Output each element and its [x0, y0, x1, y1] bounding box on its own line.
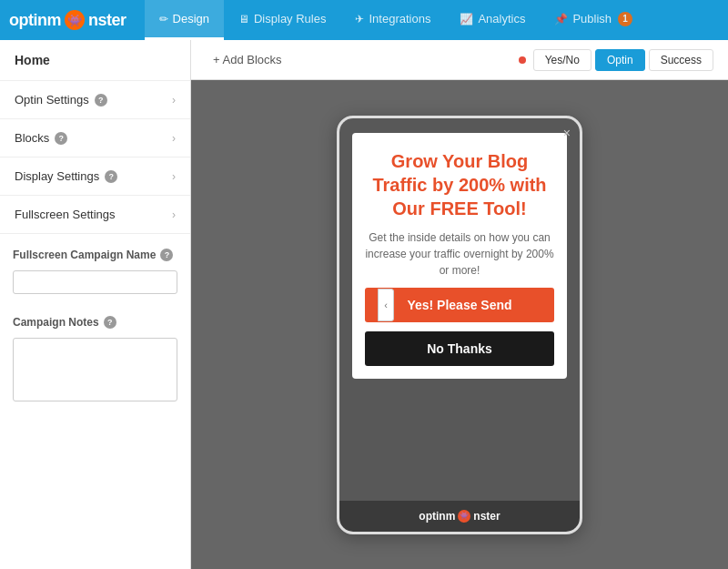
sidebar-item-fullscreen-settings[interactable]: Fullscreen Settings ›	[0, 196, 190, 234]
sidebar-item-blocks[interactable]: Blocks ? ›	[0, 119, 190, 157]
analytics-tab-label: Analytics	[478, 12, 525, 25]
blocks-help-icon[interactable]: ?	[55, 132, 67, 145]
blocks-label: Blocks	[15, 131, 49, 145]
sidebar-item-optin-settings[interactable]: Optin Settings ? ›	[0, 81, 190, 119]
design-icon: ✏	[159, 13, 168, 25]
nav-tab-design[interactable]: ✏ Design	[145, 0, 224, 40]
publish-tab-label: Publish	[572, 12, 612, 25]
display-rules-tab-label: Display Rules	[254, 12, 326, 25]
campaign-name-input[interactable]	[13, 270, 177, 294]
blocks-left: Blocks ?	[15, 131, 67, 145]
nav-tab-publish[interactable]: 📌 Publish 1	[540, 0, 647, 40]
optin-settings-label: Optin Settings	[15, 93, 89, 107]
nav-tab-analytics[interactable]: 📈 Analytics	[445, 0, 540, 40]
logo-text: optinm	[9, 11, 61, 30]
popup-content: Grow Your Blog Traffic by 200% with Our …	[352, 133, 567, 379]
sidebar-collapse-button[interactable]: ‹	[378, 289, 394, 321]
footer-logo-icon: 👾	[458, 510, 470, 523]
integrations-tab-label: Integrations	[369, 12, 430, 25]
campaign-notes-textarea[interactable]	[13, 338, 177, 401]
publish-badge: 1	[618, 12, 632, 26]
campaign-name-label: Fullscreen Campaign Name	[13, 249, 156, 261]
integrations-icon: ✈	[355, 13, 364, 25]
publish-icon: 📌	[554, 13, 568, 25]
campaign-notes-label: Campaign Notes	[13, 316, 99, 329]
preview-area: × Grow Your Blog Traffic by 200% with Ou…	[191, 80, 728, 569]
phone-inner: × Grow Your Blog Traffic by 200% with Ou…	[339, 118, 580, 532]
campaign-notes-help-icon[interactable]: ?	[104, 316, 116, 329]
nav-tab-display-rules[interactable]: 🖥 Display Rules	[224, 0, 340, 40]
campaign-name-label-group: Fullscreen Campaign Name ?	[13, 249, 177, 261]
display-settings-label: Display Settings	[15, 169, 99, 183]
blocks-chevron: ›	[172, 132, 176, 145]
view-tab-yes-no[interactable]: Yes/No	[533, 49, 592, 71]
monster-icon: 👾	[65, 10, 85, 30]
display-rules-icon: 🖥	[238, 13, 249, 25]
campaign-name-section: Fullscreen Campaign Name ?	[0, 234, 190, 301]
add-blocks-button[interactable]: + Add Blocks	[206, 49, 289, 70]
analytics-icon: 📈	[460, 13, 473, 25]
nav-tab-integrations[interactable]: ✈ Integrations	[340, 0, 445, 40]
display-settings-help-icon[interactable]: ?	[105, 170, 117, 183]
add-blocks-label: + Add Blocks	[213, 53, 282, 66]
fullscreen-settings-chevron: ›	[172, 208, 176, 221]
view-tabs: Yes/No Optin Success	[519, 49, 713, 71]
nav-tabs: ✏ Design 🖥 Display Rules ✈ Integrations …	[145, 0, 719, 40]
footer-logo-text-end: nster	[473, 510, 500, 523]
campaign-notes-label-group: Campaign Notes ?	[13, 316, 177, 329]
main-layout: Home Optin Settings ? › Blocks ? › Displ…	[0, 40, 728, 569]
optin-settings-help-icon[interactable]: ?	[95, 94, 107, 107]
optin-settings-left: Optin Settings ?	[15, 93, 107, 107]
content-toolbar: + Add Blocks Yes/No Optin Success	[191, 40, 728, 80]
no-thanks-button[interactable]: No Thanks	[365, 331, 554, 366]
yes-no-dot	[519, 56, 526, 64]
popup-close-button[interactable]: ×	[563, 126, 571, 140]
sidebar-item-display-settings[interactable]: Display Settings ? ›	[0, 157, 190, 196]
logo-suffix: nster	[88, 11, 126, 30]
sidebar-home[interactable]: Home	[0, 40, 190, 81]
optin-settings-chevron: ›	[172, 94, 176, 107]
display-settings-left: Display Settings ?	[15, 169, 117, 183]
sidebar: Home Optin Settings ? › Blocks ? › Displ…	[0, 40, 191, 569]
top-navigation: optinm👾nster ✏ Design 🖥 Display Rules ✈ …	[0, 0, 728, 40]
content-area: ‹ + Add Blocks Yes/No Optin Success ×	[191, 40, 728, 569]
footer-logo: optinm 👾 nster	[419, 510, 500, 523]
phone-footer: optinm 👾 nster	[339, 501, 580, 532]
design-tab-label: Design	[173, 12, 209, 25]
footer-logo-text-start: optinm	[419, 510, 455, 523]
phone-mockup: × Grow Your Blog Traffic by 200% with Ou…	[337, 116, 582, 534]
popup-container: × Grow Your Blog Traffic by 200% with Ou…	[339, 118, 580, 501]
display-settings-chevron: ›	[172, 170, 176, 183]
popup-subtitle: Get the inside details on how you can in…	[365, 229, 554, 279]
app-logo: optinm👾nster	[9, 10, 126, 30]
campaign-notes-section: Campaign Notes ?	[0, 301, 190, 409]
fullscreen-settings-left: Fullscreen Settings	[15, 208, 116, 221]
campaign-name-help-icon[interactable]: ?	[160, 249, 173, 261]
fullscreen-settings-label: Fullscreen Settings	[15, 208, 116, 221]
popup-title: Grow Your Blog Traffic by 200% with Our …	[365, 149, 554, 220]
view-tab-optin[interactable]: Optin	[595, 49, 645, 71]
view-tab-success[interactable]: Success	[649, 49, 713, 71]
